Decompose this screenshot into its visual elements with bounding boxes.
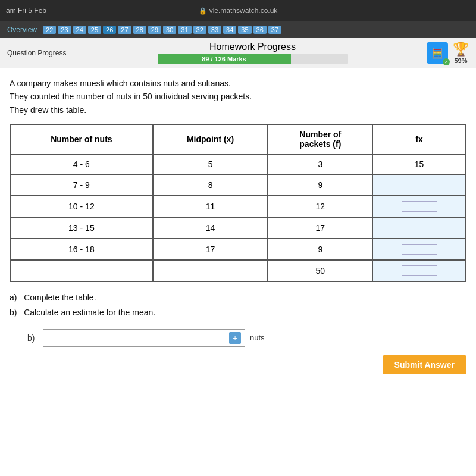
- answer-b-input[interactable]: [47, 333, 227, 342]
- total-midpoint: [153, 260, 268, 281]
- main-content: A company makes muesli which contains nu…: [0, 68, 476, 385]
- table-row: 10 - 12 11 12: [10, 196, 466, 217]
- col-header-midpoint: Midpoint (x): [153, 124, 268, 154]
- check-badge: ✓: [443, 58, 450, 65]
- nav-num-31[interactable]: 31: [178, 26, 191, 34]
- cell-fx-2[interactable]: [372, 174, 466, 196]
- nav-num-37[interactable]: 37: [268, 26, 281, 34]
- total-label: [10, 260, 153, 281]
- question-line1: A company makes muesli which contains nu…: [10, 77, 466, 90]
- trophy-icon: 🏆: [453, 42, 469, 57]
- nav-num-29[interactable]: 29: [148, 26, 161, 34]
- cell-fx-3[interactable]: [372, 196, 466, 217]
- nav-num-35[interactable]: 35: [238, 26, 251, 34]
- cell-fx-4[interactable]: [372, 217, 466, 239]
- submit-button[interactable]: Submit Answer: [383, 355, 466, 374]
- col-header-fx: fx: [372, 124, 466, 154]
- total-fx[interactable]: [372, 260, 466, 281]
- nav-bar: Overview 22 23 24 25 26 27 28 29 30 31 3…: [0, 21, 476, 38]
- nav-num-26[interactable]: 26: [103, 26, 116, 34]
- question-text: A company makes muesli which contains nu…: [10, 77, 466, 117]
- table-row: 7 - 9 8 9: [10, 174, 466, 196]
- nav-numbers: 22 23 24 25 26 27 28 29 30 31 32 33 34 3…: [43, 26, 281, 34]
- cell-packets-3: 12: [268, 196, 372, 217]
- cell-midpoint-4: 14: [153, 217, 268, 239]
- content-wrapper: Question Progress Homework Progress 89 /…: [0, 38, 476, 476]
- time-text: am Fri 5 Feb: [6, 7, 46, 15]
- cell-nuts-1: 4 - 6: [10, 154, 153, 174]
- nav-num-33[interactable]: 33: [208, 26, 221, 34]
- cell-nuts-2: 7 - 9: [10, 174, 153, 196]
- cell-midpoint-5: 17: [153, 239, 268, 260]
- col-header-nuts: Number of nuts: [10, 124, 153, 154]
- cell-midpoint-1: 5: [153, 154, 268, 174]
- instructions: a) Complete the table. b) Calculate an e…: [10, 290, 466, 320]
- progress-bar-container: 89 / 126 Marks: [158, 54, 348, 64]
- instruction-b-label: b): [10, 308, 17, 317]
- fx-input-2[interactable]: [402, 180, 437, 190]
- screen-wrapper: am Fri 5 Feb 🔒 vle.mathswatch.co.uk Over…: [0, 0, 476, 476]
- nav-num-28[interactable]: 28: [133, 26, 146, 34]
- cell-nuts-4: 13 - 15: [10, 217, 153, 239]
- plus-button[interactable]: +: [229, 332, 241, 344]
- instruction-a-label: a): [10, 293, 17, 302]
- table-row: 4 - 6 5 3 15: [10, 154, 466, 174]
- cell-midpoint-2: 8: [153, 174, 268, 196]
- nav-num-27[interactable]: 27: [118, 26, 131, 34]
- url-bar[interactable]: 🔒 vle.mathswatch.co.uk: [199, 7, 278, 15]
- nav-num-22[interactable]: 22: [43, 26, 56, 34]
- homework-progress-label: Homework Progress: [209, 42, 296, 52]
- table-total-row: 50: [10, 260, 466, 281]
- calculator-icon[interactable]: 🧮 ✓: [427, 42, 448, 64]
- unit-label: nuts: [250, 333, 265, 342]
- nav-num-23[interactable]: 23: [58, 26, 71, 34]
- cell-packets-1: 3: [268, 154, 372, 174]
- nav-num-34[interactable]: 34: [223, 26, 236, 34]
- overview-tab[interactable]: Overview: [5, 24, 39, 35]
- trophy-area: 🏆 59%: [453, 42, 469, 64]
- nav-num-24[interactable]: 24: [73, 26, 86, 34]
- nav-num-25[interactable]: 25: [88, 26, 101, 34]
- total-fx-input[interactable]: [402, 265, 437, 276]
- cell-packets-2: 9: [268, 174, 372, 196]
- plus-symbol: +: [233, 333, 237, 343]
- cell-fx-1: 15: [372, 154, 466, 174]
- instruction-b-text: Calculate an estimate for the mean.: [24, 308, 155, 317]
- lock-icon: 🔒: [199, 7, 207, 15]
- instruction-b: b) Calculate an estimate for the mean.: [10, 305, 466, 320]
- question-line2: They counted the number of nuts in 50 in…: [10, 90, 466, 103]
- data-table: Number of nuts Midpoint (x) Number ofpac…: [10, 124, 466, 282]
- cell-packets-4: 17: [268, 217, 372, 239]
- answer-row-b: b) + nuts: [27, 329, 466, 347]
- cell-packets-5: 9: [268, 239, 372, 260]
- submit-area: Submit Answer: [10, 355, 466, 379]
- marks-text: 89 / 126 Marks: [202, 55, 246, 62]
- trophy-percent: 59%: [454, 57, 467, 64]
- fx-input-5[interactable]: [402, 244, 437, 255]
- question-progress-label: Question Progress: [7, 49, 84, 57]
- homework-progress-area: Homework Progress 89 / 126 Marks: [96, 42, 409, 64]
- nav-num-30[interactable]: 30: [163, 26, 176, 34]
- submit-label: Submit Answer: [394, 360, 455, 369]
- table-row: 13 - 15 14 17: [10, 217, 466, 239]
- nav-num-32[interactable]: 32: [193, 26, 206, 34]
- fx-input-4[interactable]: [402, 223, 437, 233]
- cell-fx-5[interactable]: [372, 239, 466, 260]
- cell-nuts-5: 16 - 18: [10, 239, 153, 260]
- title-bar: am Fri 5 Feb 🔒 vle.mathswatch.co.uk: [0, 0, 476, 21]
- icons-right: 🧮 ✓ 🏆 59%: [427, 42, 469, 64]
- question-progress-text: Question Progress: [7, 49, 66, 57]
- question-line3: They drew this table.: [10, 104, 466, 117]
- answer-input-container: +: [43, 329, 245, 347]
- col-header-packets: Number ofpackets (f): [268, 124, 372, 154]
- cell-midpoint-3: 11: [153, 196, 268, 217]
- instruction-a: a) Complete the table.: [10, 290, 466, 305]
- table-row: 16 - 18 17 9: [10, 239, 466, 260]
- progress-bar-fill: 89 / 126 Marks: [158, 54, 291, 64]
- nav-num-36[interactable]: 36: [253, 26, 267, 34]
- total-packets: 50: [268, 260, 372, 281]
- url-text: vle.mathswatch.co.uk: [209, 7, 278, 15]
- instruction-a-text: Complete the table.: [24, 293, 96, 302]
- fx-input-3[interactable]: [402, 201, 437, 212]
- time-display: am Fri 5 Feb: [6, 7, 199, 15]
